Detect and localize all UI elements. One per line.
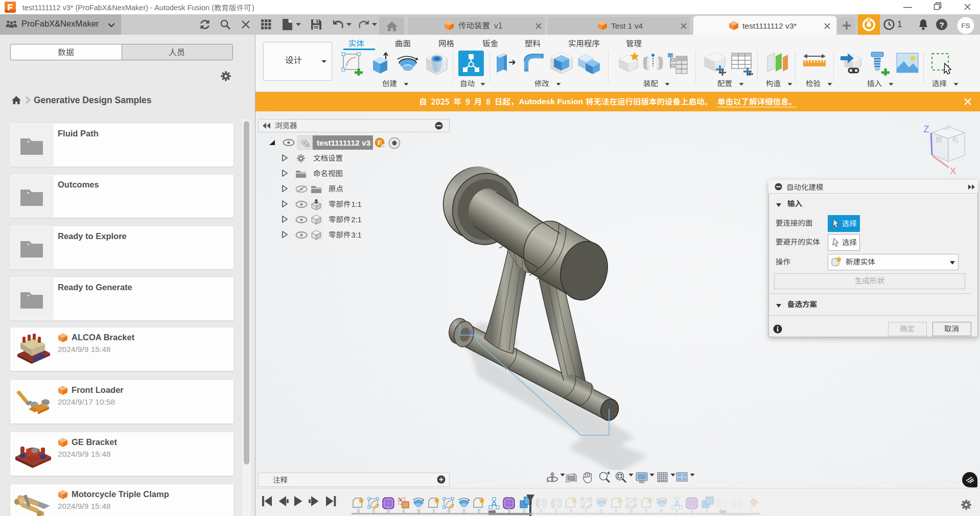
svg-text:F: F (378, 139, 382, 147)
svg-text:?: ? (939, 20, 944, 29)
svg-text:Z: Z (923, 124, 929, 134)
svg-text:FS: FS (961, 22, 970, 30)
svg-text:X: X (950, 166, 956, 176)
